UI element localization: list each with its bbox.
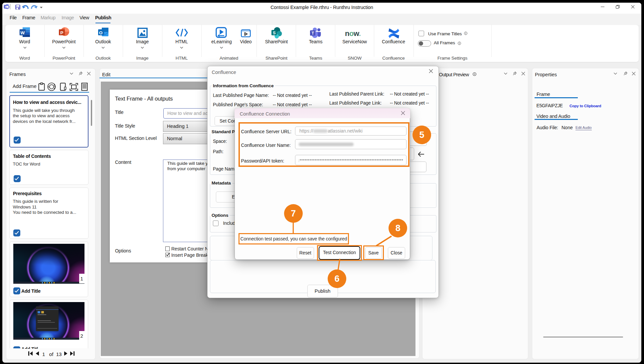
svg-text:P: P bbox=[60, 30, 63, 35]
svg-text:T: T bbox=[312, 31, 314, 36]
svg-text:O: O bbox=[99, 30, 103, 35]
svg-text:W: W bbox=[20, 30, 25, 35]
svg-text:S: S bbox=[273, 31, 275, 35]
